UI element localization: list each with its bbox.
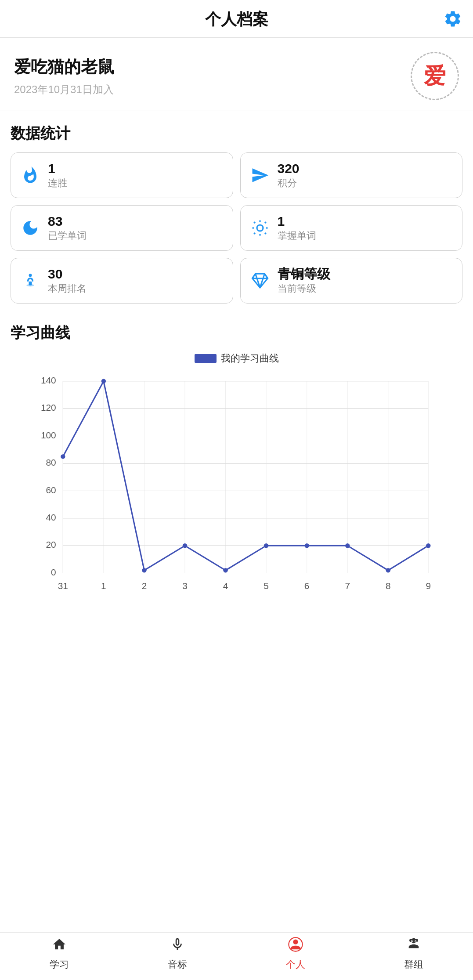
svg-text:31: 31 <box>58 581 68 591</box>
stat-info-level: 青铜等级 当前等级 <box>278 266 330 295</box>
home-icon <box>52 937 67 955</box>
stat-value-points: 320 <box>278 161 300 177</box>
profile-join-date: 2023年10月31日加入 <box>14 83 114 97</box>
svg-text:140: 140 <box>41 375 56 385</box>
svg-line-4 <box>254 222 255 223</box>
stats-title: 数据统计 <box>11 123 462 144</box>
svg-line-8 <box>254 233 255 234</box>
nav-label-study: 学习 <box>50 958 69 971</box>
profile-section: 爱吃猫的老鼠 2023年10月31日加入 爱 <box>0 38 473 111</box>
svg-text:5: 5 <box>264 581 269 591</box>
avatar-char: 爱 <box>424 61 446 91</box>
learning-curve-line <box>63 381 428 571</box>
svg-line-5 <box>265 233 266 234</box>
stat-card-mastered: 1 掌握单词 <box>240 205 463 251</box>
svg-text:9: 9 <box>426 581 431 591</box>
svg-text:120: 120 <box>41 402 56 412</box>
stat-card-points: 320 积分 <box>240 152 463 198</box>
profile-name: 爱吃猫的老鼠 <box>14 56 114 78</box>
nav-label-phonetic: 音标 <box>168 958 187 971</box>
diamond-icon <box>249 270 271 291</box>
nav-label-group: 群组 <box>404 958 423 971</box>
stat-info-streak: 1 连胜 <box>48 161 67 190</box>
arrow-icon <box>249 165 271 186</box>
svg-text:40: 40 <box>46 512 56 522</box>
stat-label-level: 当前等级 <box>278 282 330 295</box>
stat-value-level: 青铜等级 <box>278 266 330 282</box>
stat-value-rank: 30 <box>48 266 87 282</box>
stat-label-streak: 连胜 <box>48 177 67 190</box>
stat-info-learned: 83 已学单词 <box>48 213 87 242</box>
data-point <box>426 543 430 548</box>
stat-label-learned: 已学单词 <box>48 229 87 242</box>
stat-card-level: 青铜等级 当前等级 <box>240 258 463 304</box>
data-point <box>101 379 106 383</box>
person-circle-icon <box>288 937 303 955</box>
stat-label-rank: 本周排名 <box>48 282 87 295</box>
moon-icon <box>20 217 41 239</box>
stat-value-learned: 83 <box>48 213 87 229</box>
data-point <box>223 568 227 572</box>
data-point <box>264 543 268 548</box>
svg-point-10 <box>29 274 32 277</box>
settings-button[interactable] <box>443 9 462 30</box>
svg-line-9 <box>265 222 266 223</box>
svg-point-54 <box>415 941 416 942</box>
svg-point-1 <box>257 225 263 231</box>
data-point <box>386 568 390 572</box>
data-point <box>61 454 65 459</box>
svg-rect-12 <box>29 282 32 286</box>
nav-item-study[interactable]: 学习 <box>0 937 118 971</box>
gear-icon <box>443 9 462 29</box>
svg-text:60: 60 <box>46 485 56 495</box>
chart-title: 学习曲线 <box>11 323 462 343</box>
stat-card-learned: 83 已学单词 <box>11 205 233 251</box>
svg-rect-50 <box>409 939 418 942</box>
svg-text:80: 80 <box>46 457 56 467</box>
data-point <box>183 543 187 548</box>
stat-value-streak: 1 <box>48 161 67 177</box>
spy-icon <box>406 937 421 955</box>
mic-icon <box>170 937 185 955</box>
svg-text:0: 0 <box>51 567 56 577</box>
stats-grid: 1 连胜 320 积分 83 <box>11 152 462 304</box>
chart-container: 0 20 40 60 80 100 120 140 31 1 2 3 4 5 6… <box>11 372 462 600</box>
stat-info-mastered: 1 掌握单词 <box>278 213 316 242</box>
chart-section: 学习曲线 我的学习曲线 <box>0 311 473 932</box>
page-title: 个人档案 <box>205 9 268 30</box>
svg-text:100: 100 <box>41 430 56 440</box>
svg-text:20: 20 <box>46 539 56 550</box>
stat-info-points: 320 积分 <box>278 161 300 190</box>
learning-curve-chart: 0 20 40 60 80 100 120 140 31 1 2 3 4 5 6… <box>11 372 462 600</box>
data-point <box>142 568 146 572</box>
svg-text:1: 1 <box>101 581 106 591</box>
stat-label-mastered: 掌握单词 <box>278 229 316 242</box>
sun-icon <box>249 217 271 239</box>
stat-label-points: 积分 <box>278 177 300 190</box>
nav-item-phonetic[interactable]: 音标 <box>118 937 236 971</box>
svg-text:6: 6 <box>304 581 310 591</box>
svg-text:7: 7 <box>345 581 350 591</box>
person-standing-icon <box>20 270 41 291</box>
svg-text:3: 3 <box>182 581 188 591</box>
stat-value-mastered: 1 <box>278 213 316 229</box>
legend-label: 我的学习曲线 <box>221 352 279 365</box>
legend-color-box <box>195 354 217 363</box>
bottom-nav: 学习 音标 个人 群组 <box>0 932 473 980</box>
svg-text:8: 8 <box>386 581 391 591</box>
nav-item-group[interactable]: 群组 <box>355 937 473 971</box>
avatar: 爱 <box>411 52 459 100</box>
profile-info: 爱吃猫的老鼠 2023年10月31日加入 <box>14 56 114 97</box>
data-point <box>304 543 309 548</box>
nav-item-profile[interactable]: 个人 <box>237 937 355 971</box>
flame-icon <box>20 165 41 186</box>
svg-text:2: 2 <box>142 581 147 591</box>
svg-point-53 <box>412 941 412 942</box>
data-point <box>345 543 350 548</box>
svg-text:4: 4 <box>223 581 228 591</box>
nav-label-profile: 个人 <box>286 958 305 971</box>
header: 个人档案 <box>0 0 473 38</box>
chart-legend: 我的学习曲线 <box>11 352 462 365</box>
stat-card-rank: 30 本周排名 <box>11 258 233 304</box>
stat-card-streak: 1 连胜 <box>11 152 233 198</box>
